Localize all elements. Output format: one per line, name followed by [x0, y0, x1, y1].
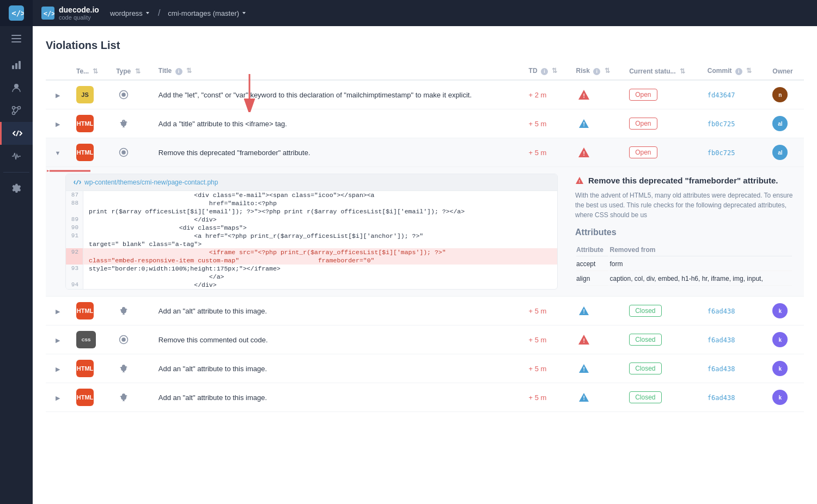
row-lang-cell: HTML [70, 383, 109, 412]
type-bug-icon [116, 116, 131, 131]
row-toggle-icon[interactable]: ▶ [52, 92, 63, 99]
row-commit-cell: f6ad438 [701, 297, 766, 325]
row-td-cell: + 5 m [522, 325, 570, 354]
code-panel-filepath: wp-content/themes/cmi-new/page-contact.p… [84, 179, 218, 186]
table-header-row: Te... ⇅ Type ⇅ Title i ⇅ TD i [46, 63, 804, 80]
attrs-col-removed: Removed from [609, 244, 792, 256]
attrs-table: Attribute Removed from accept form [575, 243, 793, 287]
type-bug-icon [116, 361, 131, 376]
table-row: ▶ HTML Add an "alt" attribute to this im… [46, 383, 804, 412]
svg-rect-7 [19, 61, 21, 69]
row-expand-cell[interactable]: ▶ [46, 325, 70, 354]
row-expand-cell[interactable]: ▶ [46, 109, 70, 138]
row-toggle-icon[interactable]: ▶ [52, 308, 63, 315]
risk-minor-icon: ! [576, 390, 592, 405]
row-risk-cell: ! [570, 297, 623, 325]
row-status-cell: Open [623, 138, 701, 167]
sidebar-logo[interactable]: </> [0, 0, 33, 26]
violations-table: Te... ⇅ Type ⇅ Title i ⇅ TD i [46, 63, 804, 412]
row-risk-cell: ! [570, 109, 623, 138]
owner-avatar: k [772, 303, 788, 318]
svg-point-24 [122, 151, 125, 154]
page-title: Violations List [46, 39, 804, 52]
row-toggle-icon[interactable]: ▶ [52, 395, 63, 402]
code-panel-body[interactable]: 87 <div class="e-mail"><span class="icoo… [66, 191, 557, 289]
status-sort-icon: ⇅ [680, 67, 685, 75]
row-commit-cell: fb0c725 [701, 138, 766, 167]
attr-removed: form [609, 257, 792, 271]
risk-warning-icon: ! [576, 87, 592, 102]
commit-info-icon[interactable]: i [735, 68, 742, 75]
row-status-cell: Closed [623, 383, 701, 412]
row-expand-cell[interactable]: ▼ [46, 138, 70, 167]
topbar: </> duecode.io code quality wordpress / … [33, 0, 817, 26]
th-te[interactable]: Te... ⇅ [70, 63, 109, 80]
row-owner-cell: k [766, 354, 804, 383]
code-line: 91 <a href="<?php print_r($array_offices… [66, 232, 557, 240]
table-row: ▶ CSS Remove this commented out c [46, 325, 804, 354]
svg-line-26 [76, 180, 78, 185]
row-type-cell [109, 109, 152, 138]
row-expand-cell[interactable]: ▶ [46, 383, 70, 412]
row-type-cell [109, 383, 152, 412]
th-commit[interactable]: Commit i ⇅ [701, 63, 766, 80]
row-td-cell: + 5 m [522, 297, 570, 325]
risk-info-icon[interactable]: i [593, 68, 600, 75]
row-commit-cell: fd43647 [701, 80, 766, 109]
row-toggle-icon[interactable]: ▶ [52, 121, 63, 128]
table-row: ▶ HTML Add an "alt" attribute to this im… [46, 297, 804, 325]
sidebar-item-activity[interactable] [0, 145, 33, 168]
info-panel: ! Remove this deprecated "frameborder" a… [564, 167, 804, 296]
owner-avatar: n [772, 87, 788, 102]
row-toggle-icon[interactable]: ▶ [52, 337, 63, 344]
commit-hash: fb0c725 [708, 149, 735, 157]
row-type-cell [109, 354, 152, 383]
sidebar-item-analytics[interactable] [0, 53, 33, 76]
status-badge: Closed [629, 305, 661, 317]
th-td[interactable]: TD i ⇅ [522, 63, 570, 80]
type-bug-icon [116, 390, 131, 405]
lang-badge: HTML [76, 144, 94, 161]
th-type[interactable]: Type ⇅ [109, 63, 152, 80]
topbar-nav: wordpress / cmi-mortages (master) [106, 7, 251, 20]
lang-badge: CSS [76, 331, 96, 348]
row-lang-cell: HTML [70, 297, 109, 325]
svg-point-11 [13, 112, 15, 115]
row-status-cell: Closed [623, 325, 701, 354]
code-line: 87 <div class="e-mail"><span class="icoo… [66, 191, 557, 199]
hamburger-menu-icon[interactable] [0, 26, 33, 51]
code-line: 88 href="mailto:<?php [66, 199, 557, 207]
row-expand-cell[interactable]: ▶ [46, 80, 70, 109]
info-panel-desc: With the advent of HTML5, many old attri… [575, 190, 793, 220]
row-toggle-icon[interactable]: ▶ [52, 366, 63, 373]
code-line: </a> [66, 273, 557, 281]
row-owner-cell: al [766, 109, 804, 138]
th-risk[interactable]: Risk i ⇅ [570, 63, 623, 80]
svg-text:!: ! [583, 151, 584, 157]
topbar-repo-selector[interactable]: cmi-mortages (master) [163, 7, 251, 20]
row-expand-cell[interactable]: ▶ [46, 354, 70, 383]
sidebar-item-git[interactable] [0, 99, 33, 122]
table-row: ▶ JS Add the "let", "const" or "v [46, 80, 804, 109]
th-status[interactable]: Current statu... ⇅ [623, 63, 701, 80]
sidebar-item-settings[interactable] [0, 177, 33, 200]
svg-text:!: ! [579, 179, 581, 184]
commit-hash: f6ad438 [708, 308, 735, 315]
lang-badge: HTML [76, 302, 94, 319]
detail-panel-cell: wp-content/themes/cmi-new/page-contact.p… [46, 167, 804, 297]
title-info-icon[interactable]: i [175, 68, 182, 75]
td-sort-icon: ⇅ [552, 67, 557, 75]
row-owner-cell: al [766, 138, 804, 167]
owner-avatar: al [772, 145, 788, 160]
row-expand-cell[interactable]: ▶ [46, 297, 70, 325]
sidebar-item-users[interactable] [0, 76, 33, 99]
td-info-icon[interactable]: i [541, 68, 548, 75]
topbar-org-selector[interactable]: wordpress [106, 7, 155, 20]
sidebar-item-code[interactable] [0, 122, 33, 145]
row-td-cell: + 5 m [522, 354, 570, 383]
status-badge: Closed [629, 334, 661, 346]
status-badge: Open [629, 146, 657, 158]
th-title[interactable]: Title i ⇅ [152, 63, 522, 80]
th-owner: Owner [766, 63, 804, 80]
row-toggle-icon[interactable]: ▼ [52, 150, 63, 156]
